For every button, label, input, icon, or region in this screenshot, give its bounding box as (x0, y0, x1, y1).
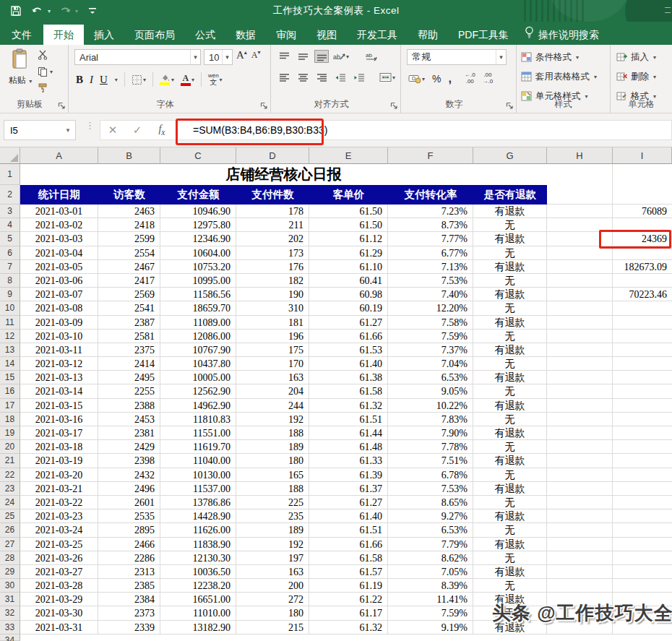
data-cell[interactable] (613, 343, 672, 357)
data-cell[interactable] (613, 357, 672, 371)
data-cell[interactable] (547, 384, 613, 398)
data-cell[interactable]: 7.53% (388, 274, 473, 288)
merge-dropdown-icon[interactable]: ▾ (392, 74, 395, 81)
font-dialog-launcher-icon[interactable] (260, 102, 268, 110)
data-cell[interactable]: 13786.86 (160, 496, 236, 509)
data-cell[interactable]: 2021-03-08 (20, 301, 98, 315)
data-cell[interactable]: 7.51% (388, 454, 473, 468)
customize-qat-icon[interactable] (85, 4, 100, 18)
bold-button[interactable]: B (76, 74, 83, 86)
borders-dropdown-icon[interactable]: ▾ (143, 77, 146, 83)
data-cell[interactable] (547, 399, 613, 413)
tab-审阅[interactable]: 审阅 (266, 25, 306, 45)
data-cell[interactable]: 2021-03-07 (20, 288, 98, 301)
accounting-format-button[interactable]: ▾ (408, 74, 425, 84)
data-cell[interactable]: 无 (473, 440, 547, 454)
data-cell[interactable] (613, 384, 672, 398)
data-cell[interactable]: 6.53% (388, 523, 473, 537)
data-cell[interactable] (547, 551, 613, 565)
data-cell[interactable]: 2429 (98, 440, 160, 454)
data-cell[interactable]: 173 (236, 246, 309, 260)
insert-dropdown-icon[interactable]: ▾ (653, 54, 656, 61)
data-cell[interactable]: 16651.00 (160, 593, 236, 606)
bottom-align-button[interactable] (314, 50, 329, 63)
data-cell[interactable]: 2021-03-24 (20, 523, 98, 537)
fill-color-button[interactable]: ▾ (160, 74, 174, 85)
column-header-A[interactable]: A (20, 147, 98, 164)
data-cell[interactable] (547, 316, 613, 330)
phonetic-dropdown-icon[interactable]: ▾ (220, 77, 223, 83)
data-cell[interactable]: 11551.00 (160, 426, 236, 440)
data-cell[interactable]: 12346.90 (160, 232, 236, 246)
column-header-F[interactable]: F (388, 147, 473, 164)
data-cell[interactable]: 2463 (98, 205, 160, 218)
data-cell[interactable]: 180 (236, 606, 309, 620)
data-cell[interactable]: 2021-03-03 (20, 232, 98, 246)
data-cell[interactable]: 11040.00 (160, 454, 236, 468)
data-cell[interactable]: 61.19 (309, 579, 388, 593)
data-cell[interactable]: 61.66 (309, 330, 388, 343)
data-cell[interactable] (547, 246, 613, 260)
underline-dropdown-icon[interactable]: ▾ (115, 77, 118, 83)
row-number[interactable]: 29 (0, 565, 20, 579)
data-cell[interactable]: 无 (473, 496, 547, 509)
data-cell[interactable]: 无 (473, 384, 547, 398)
row-number[interactable]: 3 (0, 205, 20, 218)
data-cell[interactable] (547, 205, 613, 218)
data-cell[interactable]: 192 (236, 413, 309, 426)
data-cell[interactable]: 2021-03-02 (20, 218, 98, 232)
data-cell[interactable] (613, 426, 672, 440)
data-cell[interactable]: 有退款 (473, 343, 547, 357)
data-cell[interactable] (547, 357, 613, 371)
data-cell[interactable]: 61.51 (309, 523, 388, 537)
row-number[interactable]: 25 (0, 509, 20, 523)
data-cell[interactable]: 7.59% (388, 606, 473, 620)
data-cell[interactable]: 163 (236, 565, 309, 579)
data-cell[interactable] (547, 232, 613, 246)
data-cell[interactable]: 2453 (98, 413, 160, 426)
borders-button[interactable]: ▾ (132, 74, 146, 85)
data-cell[interactable]: 61.29 (309, 246, 388, 260)
data-cell[interactable]: 8.39% (388, 579, 473, 593)
name-box[interactable]: I5 ▾ (4, 120, 76, 140)
data-cell[interactable]: 10767.90 (160, 343, 236, 357)
column-header-E[interactable]: E (309, 147, 388, 164)
row-number[interactable]: 9 (0, 288, 20, 301)
data-cell[interactable] (613, 454, 672, 468)
data-cell[interactable]: 12130.30 (160, 551, 236, 565)
data-cell[interactable]: 190 (236, 288, 309, 301)
data-cell[interactable]: 有退款 (473, 205, 547, 218)
table-column-header[interactable]: 统计日期 (20, 185, 98, 205)
row-number[interactable]: 18 (0, 413, 20, 426)
data-cell[interactable]: 2021-03-11 (20, 343, 98, 357)
cell-H1[interactable] (547, 164, 613, 185)
data-cell[interactable] (547, 454, 613, 468)
data-cell[interactable]: 2021-03-14 (20, 384, 98, 398)
row-number[interactable]: 17 (0, 399, 20, 413)
select-all-corner[interactable] (0, 147, 20, 164)
data-cell[interactable]: 180 (236, 454, 309, 468)
data-cell[interactable]: 2021-03-25 (20, 538, 98, 551)
data-cell[interactable]: 60.41 (309, 274, 388, 288)
data-cell[interactable]: 2418 (98, 218, 160, 232)
data-cell[interactable]: 7.05% (388, 565, 473, 579)
table-column-header[interactable]: 支付金额 (160, 185, 236, 205)
data-cell[interactable] (613, 579, 672, 593)
name-box-dropdown-icon[interactable]: ▾ (61, 126, 75, 134)
data-cell[interactable]: 2021-03-22 (20, 496, 98, 509)
tab-开发工具[interactable]: 开发工具 (347, 25, 408, 45)
data-cell[interactable]: 14428.90 (160, 509, 236, 523)
data-cell[interactable]: 2554 (98, 246, 160, 260)
data-cell[interactable]: 2414 (98, 357, 160, 371)
row-number[interactable]: 8 (0, 274, 20, 288)
data-cell[interactable]: 7.13% (388, 260, 473, 274)
data-cell[interactable]: 2021-03-20 (20, 468, 98, 482)
formula-bar-splitter[interactable]: ⋮ (85, 123, 91, 128)
data-cell[interactable]: 无 (473, 218, 547, 232)
data-cell[interactable]: 2384 (98, 593, 160, 606)
data-cell[interactable]: 61.27 (309, 316, 388, 330)
data-cell[interactable]: 76089 (613, 205, 672, 218)
data-cell[interactable]: 10995.00 (160, 274, 236, 288)
fill-color-dropdown-icon[interactable]: ▾ (171, 77, 174, 83)
copy-dropdown-icon[interactable]: ▾ (50, 69, 53, 75)
